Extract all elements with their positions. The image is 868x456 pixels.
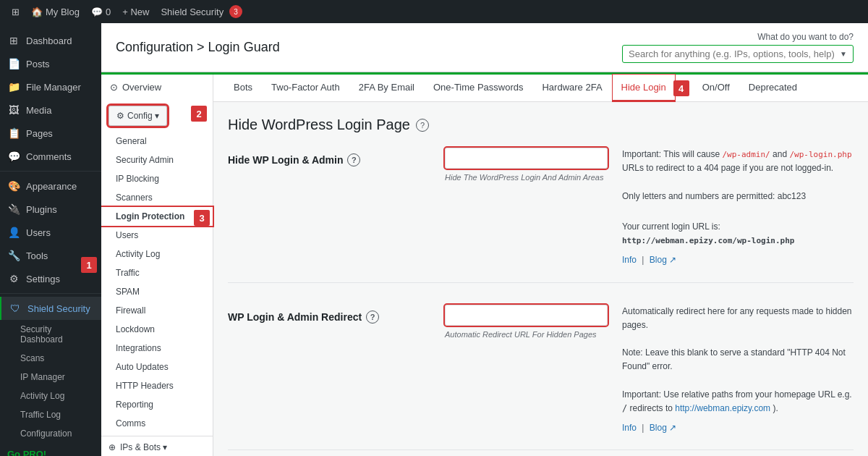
submenu-traffic-log[interactable]: Traffic Log xyxy=(0,405,101,424)
go-pro-link[interactable]: Go PRO! xyxy=(0,443,101,456)
shield-icon: 🛡 xyxy=(9,303,22,314)
sidebar-item-shield[interactable]: 🛡 Shield Security xyxy=(0,297,101,320)
menu-activity-log-nav[interactable]: Activity Log xyxy=(101,245,213,263)
page-title: Hide WordPress Login Page ? xyxy=(228,117,854,133)
posts-icon: 📄 xyxy=(7,58,20,69)
menu-lockdown[interactable]: Lockdown xyxy=(101,320,213,339)
setting-help-text-1: Important: This will cause /wp-admin/ an… xyxy=(622,148,854,268)
setting-label-hide-login: Hide WP Login & Admin ? xyxy=(228,148,430,166)
shield-content: ⊙ Overview ⚙ Config ▾ 2 General Security… xyxy=(101,75,868,456)
setting-help-icon-1[interactable]: ? xyxy=(347,153,360,166)
sidebar-item-pages[interactable]: 📋 Pages xyxy=(0,122,101,145)
setting-help-text-2: Automatically redirect here for any requ… xyxy=(622,305,854,436)
media-icon: 🖼 xyxy=(7,104,20,116)
plugins-icon: 🔌 xyxy=(7,203,20,215)
menu-reporting[interactable]: Reporting xyxy=(101,395,213,414)
shield-menu: General Security Admin IP Blocking Scann… xyxy=(101,132,213,433)
menu-firewall[interactable]: Firewall xyxy=(101,301,213,320)
wp-login-redirect-input[interactable] xyxy=(445,305,608,326)
setting-desc-2: Automatic Redirect URL For Hidden Pages xyxy=(445,330,608,339)
submenu-security-dashboard[interactable]: Security Dashboard xyxy=(0,320,101,349)
config-button[interactable]: ⚙ Config ▾ xyxy=(109,106,167,126)
tab-one-time-passwords[interactable]: One-Time Passwords xyxy=(425,75,532,101)
pages-icon: 📋 xyxy=(7,127,20,139)
sidebar-item-appearance[interactable]: 🎨 Appearance xyxy=(0,174,101,198)
settings-table: Hide WP Login & Admin ? Hide The WordPre… xyxy=(228,148,854,450)
setting-input-area-1: Hide The WordPress Login And Admin Areas xyxy=(445,148,608,182)
setting-input-area-2: Automatic Redirect URL For Hidden Pages xyxy=(445,305,608,339)
page-content: Hide WordPress Login Page ? Hide WP Logi… xyxy=(213,102,868,456)
tab-2fa-by-email[interactable]: 2FA By Email xyxy=(350,75,423,101)
site-name[interactable]: 🏠 My Blog xyxy=(25,0,85,23)
wp-icon: ⊞ xyxy=(12,7,20,17)
menu-general[interactable]: General xyxy=(101,132,213,151)
search-box[interactable]: ▼ xyxy=(622,45,854,63)
menu-security-admin[interactable]: Security Admin xyxy=(101,151,213,169)
search-dropdown-icon[interactable]: ▼ xyxy=(840,50,847,58)
settings-icon: ⚙ xyxy=(7,273,20,284)
admin-bar: ⊞ 🏠 My Blog 💬 0 + New Shield Security 3 xyxy=(0,0,868,23)
ips-bots-icon: ⊕ xyxy=(109,442,116,452)
page-title-help[interactable]: ? xyxy=(416,119,429,132)
submenu-ip-manager[interactable]: IP Manager xyxy=(0,368,101,387)
menu-http-headers[interactable]: HTTP Headers xyxy=(101,376,213,395)
menu-spam[interactable]: SPAM xyxy=(101,282,213,301)
comments-count[interactable]: 💬 0 xyxy=(85,0,116,23)
submenu-configuration[interactable]: Configuration xyxy=(0,424,101,443)
comment-icon: 💬 xyxy=(91,7,103,17)
sidebar-item-media[interactable]: 🖼 Media xyxy=(0,98,101,122)
tab-two-factor-auth[interactable]: Two-Factor Auth xyxy=(263,75,349,101)
menu-integrations[interactable]: Integrations xyxy=(101,339,213,358)
sidebar-item-tools[interactable]: 🔧 Tools xyxy=(0,244,101,267)
tab-deprecated[interactable]: Deprecated xyxy=(740,75,806,101)
info-link-2[interactable]: Info xyxy=(622,423,637,433)
sidebar-item-file-manager[interactable]: 📁 File Manager xyxy=(0,75,101,98)
tab-hardware-2fa[interactable]: Hardware 2FA xyxy=(533,75,610,101)
page-header: Configuration > Login Guard What do you … xyxy=(101,23,868,72)
overview-tab[interactable]: ⊙ Overview xyxy=(101,75,213,100)
setting-help-icon-2[interactable]: ? xyxy=(366,311,379,324)
shield-main-area: Bots Two-Factor Auth 2FA By Email One-Ti… xyxy=(213,75,868,456)
search-input[interactable] xyxy=(629,48,840,59)
tab-bots[interactable]: Bots xyxy=(225,75,261,101)
search-area: What do you want to do? ▼ xyxy=(622,32,854,63)
info-link-1[interactable]: Info xyxy=(622,255,637,265)
menu-ip-blocking[interactable]: IP Blocking xyxy=(101,169,213,188)
menu-comms[interactable]: Comms xyxy=(101,414,213,433)
tools-icon: 🔧 xyxy=(7,250,20,261)
shield-sidebar: ⊙ Overview ⚙ Config ▾ 2 General Security… xyxy=(101,75,213,456)
wp-logo[interactable]: ⊞ xyxy=(6,0,25,23)
sidebar-item-dashboard[interactable]: ⊞ Dashboard xyxy=(0,29,101,52)
menu-users[interactable]: Users xyxy=(101,226,213,245)
appearance-icon: 🎨 xyxy=(7,180,20,192)
dashboard-icon: ⊞ xyxy=(7,35,20,46)
menu-auto-updates[interactable]: Auto Updates xyxy=(101,358,213,376)
sidebar-item-settings[interactable]: ⚙ Settings xyxy=(0,267,101,290)
main-content: Configuration > Login Guard What do you … xyxy=(101,23,868,456)
shield-security-adminbar[interactable]: Shield Security 3 xyxy=(155,0,248,23)
new-content[interactable]: + New xyxy=(116,0,155,23)
tab-hide-login[interactable]: Hide Login xyxy=(613,75,675,101)
shield-badge: 3 xyxy=(229,5,242,18)
submenu-scans[interactable]: Scans xyxy=(0,349,101,368)
badge-4: 4 xyxy=(673,80,689,96)
setting-label-redirect: WP Login & Admin Redirect ? xyxy=(228,305,430,324)
blog-link-2[interactable]: Blog ↗ xyxy=(650,423,676,433)
sidebar-item-comments[interactable]: 💬 Comments xyxy=(0,145,101,168)
setting-row-hide-login: Hide WP Login & Admin ? Hide The WordPre… xyxy=(228,148,854,283)
setting-desc-1: Hide The WordPress Login And Admin Areas xyxy=(445,173,608,182)
comments-icon: 💬 xyxy=(7,151,20,162)
sidebar-item-users[interactable]: 👤 Users xyxy=(0,221,101,244)
menu-traffic[interactable]: Traffic xyxy=(101,263,213,282)
sidebar-item-plugins[interactable]: 🔌 Plugins xyxy=(0,198,101,221)
breadcrumb: Configuration > Login Guard xyxy=(116,40,280,55)
ips-bots-button[interactable]: ⊕ IPs & Bots ▾ xyxy=(101,436,213,456)
blog-link-1[interactable]: Blog ↗ xyxy=(650,255,676,265)
hide-wp-login-input[interactable] xyxy=(445,148,608,169)
menu-scanners[interactable]: Scanners xyxy=(101,188,213,207)
sidebar-item-posts[interactable]: 📄 Posts xyxy=(0,52,101,75)
submenu-activity-log[interactable]: Activity Log xyxy=(0,387,101,405)
config-icon: ⚙ xyxy=(116,111,124,121)
overview-icon: ⊙ xyxy=(110,82,118,93)
tab-on-off[interactable]: On/Off xyxy=(694,75,739,101)
